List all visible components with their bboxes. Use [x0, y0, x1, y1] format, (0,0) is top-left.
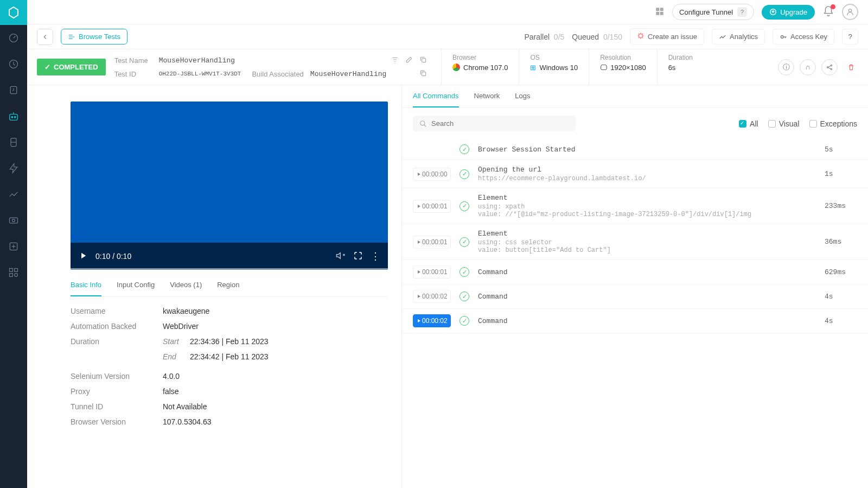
upgrade-button[interactable]: Upgrade	[762, 5, 815, 20]
timestamp-chip[interactable]: 00:00:02	[413, 290, 451, 303]
command-row[interactable]: 00:00:00✓Opening the urlhttps://ecommerc…	[402, 160, 868, 188]
svg-point-25	[831, 65, 832, 66]
command-duration: 4s	[825, 293, 857, 301]
svg-point-4	[11, 116, 13, 118]
search-input[interactable]	[431, 119, 569, 128]
svg-rect-10	[10, 269, 13, 272]
command-row[interactable]: 00:00:01✓Elementusing: xpath value: //*[…	[402, 188, 868, 224]
video-menu-icon[interactable]: ⋮	[371, 250, 380, 262]
parallel-info: Parallel 0/5	[524, 33, 564, 41]
tab-input-config[interactable]: Input Config	[117, 274, 155, 296]
create-issue-button[interactable]: Create an issue	[630, 28, 704, 45]
tab-network[interactable]: Network	[474, 85, 500, 107]
configure-tunnel-button[interactable]: Configure Tunnel?	[672, 4, 754, 20]
command-text: Elementusing: css selector value: button…	[478, 230, 816, 254]
test-meta-bar: ✓ COMPLETED Test Name MouseHoverHandling…	[27, 49, 868, 85]
command-text: Command	[478, 293, 816, 301]
windows-icon: ⊞	[530, 64, 536, 72]
tab-basic-info[interactable]: Basic Info	[71, 274, 101, 296]
nav-add[interactable]	[0, 233, 27, 259]
browse-label: Browse Tests	[79, 33, 120, 41]
success-icon: ✓	[459, 201, 469, 211]
svg-rect-15	[660, 8, 663, 11]
command-duration: 233ms	[825, 202, 857, 210]
timestamp-chip[interactable]: 00:00:01	[413, 265, 451, 278]
analytics-button[interactable]: Analytics	[712, 29, 765, 45]
video-player[interactable]: 0:10 / 0:10 ⋮	[71, 102, 388, 270]
timestamp-chip[interactable]: 00:00:01	[413, 236, 451, 249]
command-row[interactable]: 00:00:02✓Command4s	[402, 284, 868, 309]
fullscreen-icon[interactable]	[353, 251, 363, 262]
command-duration: 4s	[825, 317, 857, 325]
nav-analytics[interactable]	[0, 181, 27, 207]
filter-exceptions[interactable]: Exceptions	[809, 119, 857, 128]
svg-rect-23	[422, 72, 426, 75]
topbar: Configure Tunnel? Upgrade	[27, 0, 868, 24]
svg-rect-12	[10, 274, 13, 277]
timestamp-chip[interactable]: 00:00:00	[413, 168, 451, 181]
timestamp-chip[interactable]: 00:00:01	[413, 200, 451, 213]
success-icon: ✓	[459, 291, 469, 301]
filter-icon[interactable]	[391, 56, 399, 65]
svg-rect-22	[422, 58, 426, 62]
info-button[interactable]: ⓘ	[778, 59, 794, 75]
basic-info-grid: Usernamekwakaeugene Automation BackedWeb…	[71, 297, 388, 436]
grid-icon[interactable]	[655, 7, 665, 18]
chrome-icon	[452, 64, 460, 71]
share-button[interactable]	[821, 59, 838, 75]
nav-performance[interactable]	[0, 155, 27, 181]
tab-region[interactable]: Region	[217, 274, 239, 296]
notifications-icon[interactable]	[822, 5, 834, 19]
filter-visual[interactable]: Visual	[768, 119, 800, 128]
success-icon: ✓	[459, 169, 469, 179]
logo[interactable]	[0, 0, 27, 25]
command-row[interactable]: 00:00:02✓Command4s	[402, 309, 868, 333]
svg-rect-14	[656, 8, 659, 11]
nav-history[interactable]	[0, 51, 27, 77]
command-row[interactable]: ✓Browser Session Started5s	[402, 139, 868, 160]
headset-button[interactable]: ∩	[800, 59, 816, 75]
queued-info: Queued 0/150	[572, 33, 622, 41]
build-assoc-label: Build Associated	[252, 70, 303, 78]
status-badge: ✓ COMPLETED	[37, 59, 106, 75]
timestamp-chip[interactable]	[413, 147, 451, 151]
command-row[interactable]: 00:00:01✓Elementusing: css selector valu…	[402, 224, 868, 260]
copy-icon[interactable]	[419, 56, 427, 65]
filter-all[interactable]: All	[739, 119, 758, 128]
env-browser: Browser Chrome 107.0	[441, 49, 519, 85]
command-duration: 1s	[825, 170, 857, 178]
command-row[interactable]: 00:00:01✓Command629ms	[402, 260, 868, 284]
edit-icon[interactable]	[405, 56, 413, 65]
nav-mobile[interactable]	[0, 129, 27, 155]
mute-icon[interactable]	[336, 251, 346, 262]
nav-realtime[interactable]	[0, 77, 27, 103]
user-avatar[interactable]	[842, 4, 858, 20]
nav-integrations[interactable]	[0, 259, 27, 286]
video-progress-bar[interactable]	[71, 268, 388, 270]
browse-tests-button[interactable]: Browse Tests	[61, 29, 127, 45]
nav-screenshot[interactable]	[0, 207, 27, 233]
copy-id-icon[interactable]	[419, 69, 427, 79]
nav-dashboard[interactable]	[0, 25, 27, 51]
tab-all-commands[interactable]: All Commands	[413, 85, 459, 107]
svg-point-8	[12, 219, 15, 222]
help-button[interactable]: ?	[842, 29, 858, 45]
play-icon[interactable]	[78, 251, 88, 262]
tunnel-help-icon: ?	[737, 7, 747, 17]
success-icon: ✓	[459, 316, 469, 326]
svg-point-19	[848, 9, 851, 12]
back-button[interactable]	[37, 29, 53, 45]
svg-rect-3	[10, 114, 18, 120]
command-search[interactable]	[413, 116, 576, 131]
tab-logs[interactable]: Logs	[515, 85, 530, 107]
test-name-label: Test Name	[114, 56, 152, 65]
timestamp-chip[interactable]: 00:00:02	[413, 314, 451, 327]
tab-videos[interactable]: Videos (1)	[170, 274, 202, 296]
nav-automation[interactable]	[0, 103, 27, 129]
access-key-button[interactable]: Access Key	[773, 29, 834, 45]
info-tabs: Basic Info Input Config Videos (1) Regio…	[71, 274, 388, 297]
svg-rect-16	[656, 11, 659, 15]
command-duration: 629ms	[825, 268, 857, 276]
test-name-value: MouseHoverHandling	[159, 56, 235, 65]
delete-button[interactable]	[843, 59, 859, 75]
